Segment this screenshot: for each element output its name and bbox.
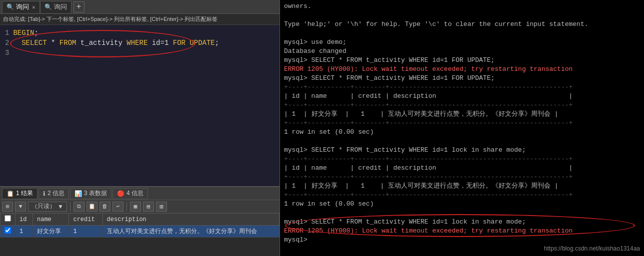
result-tab-2[interactable]: ℹ 2 信息 <box>38 188 69 199</box>
tab-label-1: 询问 <box>16 2 29 11</box>
col-button[interactable]: ▤ <box>143 202 154 212</box>
col-header-description: description <box>102 214 279 226</box>
readonly-label: （只读） <box>32 202 56 211</box>
hint-bar: 自动完成: [Tab]-> 下一个标签, [Ctrl+Space]-> 列出所有… <box>0 14 280 25</box>
table-row[interactable]: 1 好文分享 1 互动人可对美文进行点赞，无积分。《好文分享》周刊会 <box>0 226 280 238</box>
tab-query-1[interactable]: 🔍 询问 ✕ <box>2 1 40 13</box>
cell-credit: 1 <box>69 226 102 238</box>
dropdown-arrow-icon: ▼ <box>58 203 64 210</box>
watermark: https://blog.csdn.net/kuishao1314aa <box>544 244 640 253</box>
cell-name: 好文分享 <box>33 226 69 238</box>
add-tab-button[interactable]: + <box>74 1 84 12</box>
tab-label-2: 询问 <box>54 2 67 11</box>
result-tab-icon-1: 📋 <box>6 190 14 197</box>
paste-button[interactable]: 📋 <box>86 202 98 212</box>
arrow-button[interactable]: ▼ <box>15 202 26 212</box>
delete-button[interactable]: 🗑 <box>100 202 110 212</box>
readonly-dropdown[interactable]: （只读） ▼ <box>28 202 67 212</box>
grid-button[interactable]: ⊞ <box>2 202 13 212</box>
tab-query-2[interactable]: 🔍 询问 <box>40 1 72 13</box>
result-tab-4[interactable]: 🔴 4 信息 <box>112 188 148 199</box>
code-editor[interactable]: 1BEGIN; 2 SELECT * FROM t_activity WHERE… <box>0 25 280 186</box>
undo-button[interactable]: ↩ <box>112 202 124 212</box>
result-tab-icon-2: ℹ <box>43 190 46 197</box>
result-tab-label-4: 4 信息 <box>126 189 144 198</box>
result-tab-label-3: 3 表数据 <box>84 189 107 198</box>
result-tab-icon-4: 🔴 <box>117 190 124 197</box>
row-button[interactable]: ▥ <box>156 202 167 212</box>
cell-id: 1 <box>16 226 33 238</box>
col-header-credit: credit <box>69 214 102 226</box>
bottom-panel: 📋 1 结果 ℹ 2 信息 📊 3 表数据 🔴 4 信息 ⊞ ▼ （只读） ▼ <box>0 186 280 256</box>
result-table: id name credit description 1 好文分享 1 <box>0 213 280 238</box>
cell-description: 互动人可对美文进行点赞，无积分。《好文分享》周刊会 <box>102 226 279 238</box>
table-button[interactable]: ▦ <box>130 202 141 212</box>
toolbar-separator-1 <box>70 202 70 211</box>
result-tab-label-1: 1 结果 <box>16 189 33 198</box>
copy-button[interactable]: ⧉ <box>74 202 84 212</box>
select-all-checkbox[interactable] <box>4 215 11 222</box>
result-tab-3[interactable]: 📊 3 表数据 <box>70 188 112 199</box>
code-content: 1BEGIN; 2 SELECT * FROM t_activity WHERE… <box>0 25 280 61</box>
result-tabs: 📋 1 结果 ℹ 2 信息 📊 3 表数据 🔴 4 信息 <box>0 187 280 200</box>
col-header-name: name <box>33 214 69 226</box>
toolbar-separator-2 <box>126 202 127 211</box>
terminal-panel[interactable]: owners. Type 'help;' or '\h' for help. T… <box>280 0 644 256</box>
left-panel: 🔍 询问 ✕ 🔍 询问 + 自动完成: [Tab]-> 下一个标签, [Ctrl… <box>0 0 280 256</box>
result-tab-1[interactable]: 📋 1 结果 <box>2 188 38 199</box>
result-tab-label-2: 2 信息 <box>48 189 64 198</box>
tab-bar: 🔍 询问 ✕ 🔍 询问 + <box>0 0 280 14</box>
col-header-id: id <box>16 214 33 226</box>
row-checkbox[interactable] <box>0 226 16 238</box>
result-tab-icon-3: 📊 <box>74 190 82 197</box>
query-icon-1: 🔍 <box>6 3 14 11</box>
toolbar-row: ⊞ ▼ （只读） ▼ ⧉ 📋 🗑 ↩ ▦ ▤ ▥ <box>0 200 280 213</box>
terminal-output: owners. Type 'help;' or '\h' for help. T… <box>284 2 640 245</box>
col-header-checkbox <box>0 214 16 226</box>
tab-close-1[interactable]: ✕ <box>32 4 36 10</box>
query-icon-2: 🔍 <box>44 3 52 11</box>
data-table-wrapper: id name credit description 1 好文分享 1 <box>0 213 280 256</box>
row-select-checkbox[interactable] <box>4 227 11 234</box>
